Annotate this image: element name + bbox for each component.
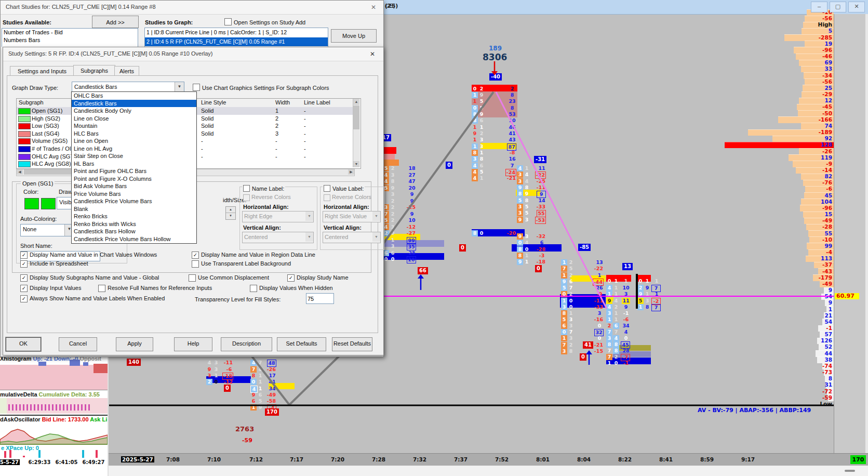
tab-alerts[interactable]: Alerts: [114, 66, 139, 76]
tab-settings-and-inputs[interactable]: Settings and Inputs: [10, 66, 74, 76]
maximize-button[interactable]: ▢: [830, 2, 846, 12]
draw-type-option[interactable]: Price Volume Bars: [72, 190, 196, 198]
chevron-down-icon[interactable]: ▼: [372, 232, 380, 242]
draw-type-option[interactable]: Line on Open: [72, 137, 196, 145]
settings-checkbox[interactable]: [189, 274, 196, 282]
settings-checkbox[interactable]: ✓: [287, 274, 295, 282]
chevron-down-icon[interactable]: ▼: [305, 232, 313, 242]
draw-type-option[interactable]: Renko Bricks with Wicks: [72, 220, 196, 228]
draw-type-option[interactable]: Mountain: [72, 122, 196, 130]
cumulative-delta-tick: [66, 404, 68, 411]
studies-to-graph-list[interactable]: 1 | ID:8 Current Price Line | 0 ms | Cal…: [144, 28, 328, 47]
draw-type-option[interactable]: Line on HL Avg: [72, 145, 196, 153]
move-up-button[interactable]: Move Up: [331, 29, 377, 43]
reverse-colors-checkbox[interactable]: [243, 194, 250, 201]
horizontal-align-combo[interactable]: Right Side Value▼: [323, 211, 381, 222]
draw-type-option[interactable]: Line on Close: [72, 115, 196, 123]
study-settings-titlebar[interactable]: Study Settings: 5 R FP. ID:4 (CLN25_FUT_…: [3, 47, 383, 61]
settings-checkbox[interactable]: ✓: [20, 274, 28, 282]
settings-checkbox[interactable]: [250, 285, 257, 292]
scroll-thumb[interactable]: [353, 105, 359, 129]
use-chart-graphics-checkbox[interactable]: [193, 84, 200, 91]
auto-coloring-combo[interactable]: None ▼: [20, 224, 74, 236]
time-axis-label: 8:01: [526, 456, 559, 462]
transparency-input[interactable]: [306, 293, 334, 304]
chart-studies-titlebar[interactable]: Chart Studies for: CLN25_FUT_CME [C][M] …: [1, 1, 383, 15]
value-label-checkbox[interactable]: [324, 185, 330, 192]
description-button[interactable]: Description: [221, 337, 272, 351]
cancel-button[interactable]: Cancel: [59, 337, 97, 351]
tab-subgraphs[interactable]: Subgraphs: [73, 65, 115, 76]
spinner-down-icon[interactable]: ▼: [226, 213, 235, 219]
graphed-study-item[interactable]: 2 | ID:4 5 R FP (CLN25_FUT_CME [C][M] 0.…: [145, 37, 328, 47]
close-window-button[interactable]: ✕: [848, 2, 865, 12]
open-settings-checkbox[interactable]: [224, 18, 232, 25]
available-study-item[interactable]: Number of Trades - Bid: [2, 29, 138, 36]
draw-type-option[interactable]: HLC Bars: [72, 130, 196, 138]
graph-draw-type-dropdown[interactable]: OHLC BarsCandlestick BarsCandlestick Bod…: [71, 91, 197, 244]
reverse-colors-checkbox[interactable]: [324, 194, 330, 201]
price-scale[interactable]: 61.4261.4061.3861.3661.3461.3261.3061.28…: [834, 14, 866, 453]
footprint-delta-cell: -58: [266, 398, 276, 404]
ok-button[interactable]: OK: [6, 337, 41, 351]
left-panel-time-label: 6:29:33: [26, 459, 52, 465]
settings-checkbox[interactable]: [192, 260, 199, 268]
settings-checkbox[interactable]: ✓: [20, 252, 28, 259]
settings-checkbox[interactable]: ✓: [20, 285, 28, 292]
footprint-row: 297: [637, 285, 661, 291]
add-study-button[interactable]: Add >>: [92, 16, 139, 28]
draw-type-option[interactable]: Stair Step on Close: [72, 152, 196, 160]
ladder-value: 38: [728, 356, 832, 363]
reset-defaults-button[interactable]: Reset Defaults: [332, 337, 372, 351]
draw-type-option[interactable]: Renko Bricks: [72, 213, 196, 220]
group-title: Value Label:: [332, 186, 364, 192]
footprint-delta-cell: -6: [225, 366, 233, 373]
settings-checkbox[interactable]: ✓: [20, 260, 28, 268]
draw-type-option[interactable]: Point and Figure OHLC Bars: [72, 167, 196, 175]
close-icon[interactable]: ✕: [369, 3, 378, 11]
draw-type-option[interactable]: Blank: [72, 205, 196, 213]
studies-available-list[interactable]: Number of Trades - BidNumbers Bars: [2, 28, 138, 47]
set-defaults-button[interactable]: Set Defaults: [277, 337, 326, 351]
scroll-left-arrow-icon[interactable]: ◀: [17, 169, 23, 175]
color-swatch[interactable]: [24, 198, 39, 209]
settings-checkbox[interactable]: ✓: [20, 295, 28, 302]
scroll-down-arrow-icon[interactable]: ▼: [353, 161, 359, 167]
draw-type-option[interactable]: OHLC Bars: [72, 92, 196, 100]
chevron-down-icon[interactable]: ▼: [372, 211, 380, 221]
available-study-item[interactable]: Numbers Bars: [2, 36, 138, 44]
draw-type-option[interactable]: Bid Ask Volume Bars: [72, 182, 196, 190]
graphed-study-item[interactable]: 1 | ID:8 Current Price Line | 0 ms | Cal…: [145, 28, 328, 37]
settings-checkbox[interactable]: [98, 285, 105, 292]
draw-type-option[interactable]: Candlestick Price Volume Bars: [72, 197, 196, 205]
footprint-row: 98-11: [517, 184, 546, 191]
minimize-button[interactable]: –: [811, 2, 827, 12]
draw-type-option[interactable]: Candlestick Bars: [72, 100, 196, 108]
draw-type-option[interactable]: Candlestick Bars Hollow: [72, 228, 196, 235]
resize-handle[interactable]: [845, 470, 855, 472]
left-study-panels[interactable]: Xhistogram Up: -21 Down: -0 Opposit mula…: [0, 354, 109, 476]
settings-checkbox[interactable]: ✓: [192, 252, 199, 259]
draw-type-option[interactable]: Candlestick Body Only: [72, 107, 196, 115]
vertical-align-combo[interactable]: Centered▼: [323, 232, 381, 243]
help-button[interactable]: Help: [174, 337, 212, 351]
vertical-scrollbar[interactable]: ▲▼: [353, 99, 360, 167]
chevron-down-icon[interactable]: ▼: [175, 82, 184, 92]
horizontal-align-combo[interactable]: Right Edge▼: [242, 211, 314, 222]
time-axis-label: 7:17: [280, 456, 313, 462]
draw-type-option[interactable]: Point and Figure X-O Columns: [72, 175, 196, 183]
vertical-align-combo[interactable]: Centered▼: [242, 232, 314, 243]
width-size-spinner[interactable]: ▲ ▼: [225, 206, 236, 220]
scroll-right-arrow-icon[interactable]: ▶: [348, 169, 354, 175]
spinner-up-icon[interactable]: ▲: [226, 207, 235, 213]
chevron-down-icon[interactable]: ▼: [305, 211, 313, 221]
close-icon[interactable]: ✕: [368, 50, 377, 58]
footprint-row: 93-32: [517, 233, 546, 240]
apply-button[interactable]: Apply: [116, 337, 153, 351]
scroll-up-arrow-icon[interactable]: ▲: [353, 99, 359, 105]
name-label-checkbox[interactable]: [243, 185, 250, 192]
draw-type-option[interactable]: HL Bars: [72, 160, 196, 168]
time-axis[interactable]: 2025-5-277:087:107:127:177:207:287:327:3…: [108, 453, 868, 466]
color-swatch-secondary[interactable]: [41, 198, 56, 209]
draw-type-option[interactable]: Candlestick Price Volume Bars Hollow: [72, 235, 196, 243]
